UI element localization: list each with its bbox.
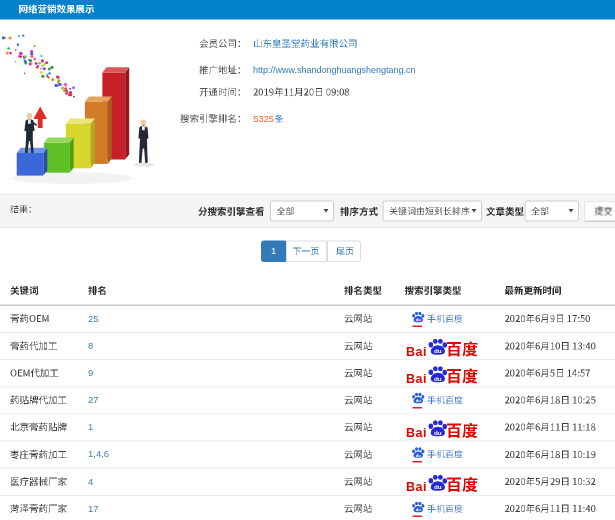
svg-text:du: du: [434, 484, 442, 490]
svg-text:du: du: [434, 376, 442, 382]
svg-text:du: du: [416, 508, 422, 513]
svg-text:du: du: [434, 430, 442, 436]
svg-text:du: du: [416, 318, 422, 323]
svg-text:du: du: [416, 399, 422, 404]
svg-text:du: du: [416, 453, 422, 458]
svg-text:du: du: [434, 348, 442, 354]
